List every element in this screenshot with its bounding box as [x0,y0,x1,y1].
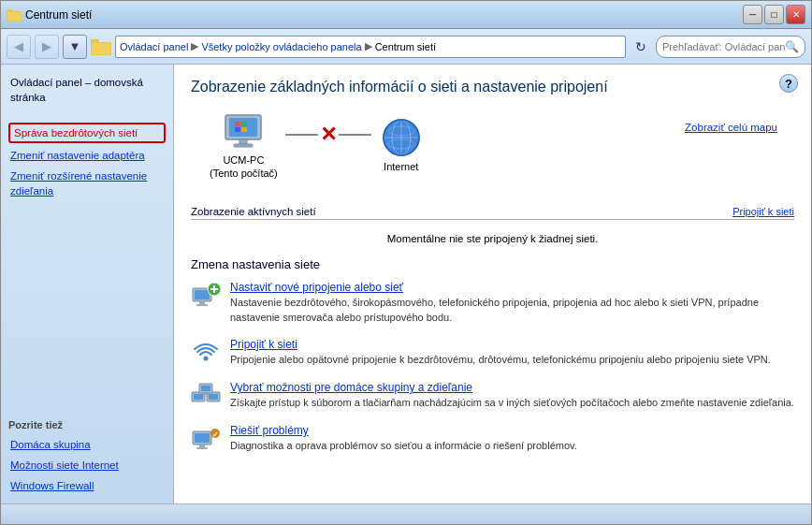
svg-rect-41 [196,447,208,449]
dropdown-icon: ▼ [69,39,81,53]
connect-to-network-link[interactable]: Pripojiť k sieti [732,206,794,217]
no-connection-message: Momentálne nie ste pripojený k žiadnej s… [191,226,794,257]
breadcrumb-bar: Ovládací panel ▶ Všetky položky ovládaci… [115,36,626,58]
page-title: Zobrazenie základných informácií o sieti… [191,78,794,97]
breadcrumb-sep-1: ▶ [191,40,198,52]
breadcrumb-item-1[interactable]: Ovládací panel [120,41,188,52]
sidebar-item-firewall[interactable]: Windows Firewall [8,477,166,494]
computer-label: UCM-PC (Tento počítač) [210,153,278,181]
troubleshoot-link[interactable]: Riešiť problémy [230,424,577,437]
active-networks-section-bar: Zobrazenie aktívnych sietí Pripojiť k si… [191,206,794,220]
connector-line-left [285,134,318,136]
new-connection-icon [191,281,221,311]
svg-rect-13 [234,144,253,147]
sidebar-item-zmenit-rozsirene[interactable]: Zmeniť rozšírené nastavenie zdieľania [8,168,166,199]
svg-rect-39 [195,433,210,443]
help-button[interactable]: ? [779,74,798,93]
homegroup-text: Vybrať možnosti pre domáce skupiny a zdi… [230,381,794,410]
settings-item-homegroup: Vybrať možnosti pre domáce skupiny a zdi… [191,381,794,411]
titlebar: Centrum sietí ─ □ ✕ [1,1,811,29]
svg-point-28 [204,357,209,361]
statusbar [1,503,811,524]
troubleshoot-text: Riešiť problémy Diagnostika a oprava pro… [230,424,577,453]
svg-rect-9 [241,122,247,126]
connection-x-icon: ✕ [320,124,337,145]
network-diagram: UCM-PC (Tento počítač) ✕ [191,112,424,181]
internet-label: Internet [384,160,418,173]
refresh-icon: ↻ [635,39,646,54]
titlebar-left: Centrum sietí [7,7,92,22]
close-button[interactable]: ✕ [786,5,805,24]
see-also-title: Pozrite tiež [8,419,166,430]
new-connection-link[interactable]: Nastaviť nové pripojenie alebo sieť [230,281,794,294]
folder-icon [91,37,111,56]
svg-rect-12 [239,139,247,144]
settings-item-new-connection: Nastaviť nové pripojenie alebo sieť Nast… [191,281,794,325]
svg-rect-2 [7,12,21,21]
internet-item: Internet [379,119,424,173]
svg-rect-24 [196,304,208,306]
maximize-button[interactable]: □ [764,5,784,24]
svg-rect-8 [235,122,240,126]
change-settings-title: Zmena nastavenia siete [191,257,794,271]
settings-items: Nastaviť nové pripojenie alebo sieť Nast… [191,281,794,454]
connect-link[interactable]: Pripojiť k sieti [230,338,771,351]
sidebar-item-domaca[interactable]: Domáca skupina [8,436,166,453]
search-bar[interactable]: 🔍 [656,36,805,58]
titlebar-title: Centrum sietí [25,8,92,22]
main-window: Centrum sietí ─ □ ✕ ◀ ▶ ▼ Ovládací panel… [0,0,812,525]
svg-rect-5 [92,43,110,54]
homegroup-icon [191,381,221,411]
titlebar-controls: ─ □ ✕ [743,5,805,24]
active-networks-title: Zobrazenie aktívnych sietí [191,206,316,217]
svg-rect-23 [199,301,205,304]
breadcrumb-item-2[interactable]: Všetky položky ovládacieho panela [201,41,361,52]
troubleshoot-desc: Diagnostika a oprava problémov so sieťou… [230,440,577,451]
sidebar: Ovládací panel – domovská stránka Správa… [1,65,174,503]
computer-svg [222,113,265,149]
internet-icon [379,119,424,156]
new-connection-text: Nastaviť nové pripojenie alebo sieť Nast… [230,281,794,325]
connect-desc: Pripojenie alebo opätovné pripojenie k b… [230,354,771,365]
main-area: Ovládací panel – domovská stránka Správa… [1,65,811,503]
sidebar-item-zmenit-adapter[interactable]: Zmeniť nastavenie adaptéra [8,147,166,164]
homegroup-link[interactable]: Vybrať možnosti pre domáce skupiny a zdi… [230,381,794,394]
svg-rect-40 [199,445,205,447]
svg-rect-30 [194,394,203,400]
view-map-link[interactable]: Zobraziť celú mapu [685,122,777,133]
connect-icon [191,338,221,368]
svg-rect-10 [235,127,240,132]
breadcrumb-item-3: Centrum sietí [375,41,436,52]
back-icon: ◀ [14,39,23,53]
sidebar-item-moznosti[interactable]: Možnosti siete Internet [8,457,166,474]
content-area: ? Zobrazenie základných informácií o sie… [174,65,811,503]
toolbar: ◀ ▶ ▼ Ovládací panel ▶ Všetky položky ov… [1,29,811,65]
forward-icon: ▶ [42,39,51,53]
sidebar-item-sprava[interactable]: Správa bezdrôtových sietí [8,123,166,143]
dropdown-button[interactable]: ▼ [63,35,87,59]
svg-rect-11 [241,127,247,132]
sidebar-home-link[interactable]: Ovládací panel – domovská stránka [8,74,166,106]
troubleshoot-icon: ✓ [191,424,221,454]
svg-rect-22 [195,290,210,299]
search-input[interactable] [662,41,785,52]
computer-icon [221,112,266,150]
connector-line-right [339,134,371,136]
forward-button[interactable]: ▶ [35,35,59,59]
globe-svg [382,118,421,157]
back-button[interactable]: ◀ [7,35,31,59]
svg-rect-32 [209,394,218,400]
settings-item-troubleshoot: ✓ Riešiť problémy Diagnostika a oprava p… [191,424,794,454]
refresh-button[interactable]: ↻ [630,36,652,58]
settings-item-connect: Pripojiť k sieti Pripojenie alebo opätov… [191,338,794,368]
breadcrumb-sep-2: ▶ [365,40,372,52]
search-icon: 🔍 [785,40,799,53]
minimize-button[interactable]: ─ [743,5,762,24]
computer-item: UCM-PC (Tento počítač) [210,112,278,181]
connect-text: Pripojiť k sieti Pripojenie alebo opätov… [230,338,771,367]
homegroup-desc: Získajte prístup k súborom a tlačiarňam … [230,397,794,408]
svg-rect-34 [201,386,210,391]
window-icon [7,7,22,22]
new-connection-desc: Nastavenie bezdrôtového, širokopásmového… [230,297,759,322]
svg-text:✓: ✓ [212,430,219,439]
